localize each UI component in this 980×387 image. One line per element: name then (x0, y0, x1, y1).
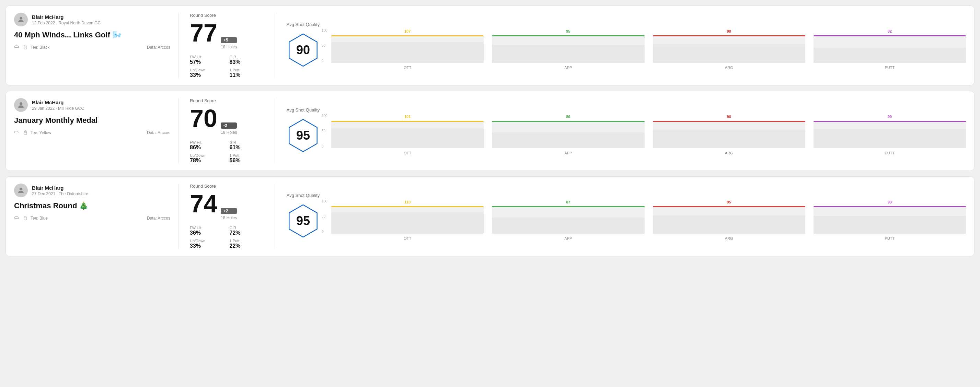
round-title: 40 Mph Winds... Links Golf 🌬️ (14, 30, 170, 40)
user-info: Blair McHarg 27 Dec 2021 · The Oxfordshi… (32, 185, 88, 196)
round-score-label: Round Score (190, 98, 264, 103)
tee-row: Tee: Blue Data: Arccos (14, 216, 170, 220)
svg-point-4 (19, 102, 22, 105)
cloud-icon (14, 45, 20, 50)
avg-shot-container: Avg Shot Quality 95 (286, 107, 320, 154)
chart-column-arg: 96 ARG (653, 121, 805, 155)
score-big: 77 (190, 21, 217, 45)
avatar (14, 13, 28, 26)
middle-section: Round Score 74 +2 18 Holes FW Hit 36% GI… (179, 184, 275, 249)
date-course: 27 Dec 2021 · The Oxfordshire (32, 192, 88, 196)
user-row: Blair McHarg 29 Jan 2022 · Mill Ride GCC (14, 98, 170, 112)
avg-shot-label: Avg Shot Quality (286, 22, 320, 27)
round-score-label: Round Score (190, 184, 264, 189)
updown-stat: Up/Down 33% (190, 239, 224, 249)
gir-stat: GIR 83% (230, 55, 264, 65)
date-course: 12 Feb 2022 · Royal North Devon GC (32, 21, 100, 25)
updown-stat: Up/Down 33% (190, 68, 224, 78)
hex-score: 95 (296, 214, 310, 228)
chart-column-ott: 110 OTT (331, 206, 484, 241)
round-score-label: Round Score (190, 13, 264, 18)
score-big: 74 (190, 192, 217, 216)
user-row: Blair McHarg 27 Dec 2021 · The Oxfordshi… (14, 184, 170, 197)
updown-stat: Up/Down 78% (190, 153, 224, 163)
date-course: 29 Jan 2022 · Mill Ride GCC (32, 106, 84, 111)
one-putt-stat: 1 Putt 11% (230, 68, 264, 78)
chart-column-app: 95 APP (492, 35, 644, 70)
chart-column-arg: 95 ARG (653, 206, 805, 241)
holes-label: 18 Holes (221, 130, 237, 135)
user-info: Blair McHarg 29 Jan 2022 · Mill Ride GCC (32, 100, 84, 111)
svg-rect-5 (24, 132, 27, 135)
stats-grid: FW Hit 86% GIR 61% Up/Down 78% 1 Putt 56… (190, 140, 264, 163)
chart-column-ott: 107 OTT (331, 35, 484, 70)
middle-section: Round Score 70 -2 18 Holes FW Hit 86% GI… (179, 98, 275, 163)
golf-bag-icon (22, 45, 29, 50)
chart-column-app: 86 APP (492, 121, 644, 155)
golf-bag-icon (22, 130, 29, 135)
left-section: Blair McHarg 29 Jan 2022 · Mill Ride GCC… (14, 98, 179, 163)
golf-bag-icon (22, 216, 29, 220)
round-card-2: Blair McHarg 27 Dec 2021 · The Oxfordshi… (5, 176, 975, 256)
chart-column-app: 87 APP (492, 206, 644, 241)
tee-info: Tee: Yellow (14, 130, 51, 135)
score-badge: +2 (221, 208, 237, 214)
svg-rect-9 (24, 217, 27, 220)
user-name: Blair McHarg (32, 100, 84, 105)
hex-wrap: 95 (286, 202, 320, 240)
tee-row: Tee: Yellow Data: Arccos (14, 130, 170, 135)
stats-grid: FW Hit 57% GIR 83% Up/Down 33% 1 Putt 11… (190, 55, 264, 78)
user-row: Blair McHarg 12 Feb 2022 · Royal North D… (14, 13, 170, 26)
score-detail: +5 18 Holes (221, 37, 237, 49)
left-section: Blair McHarg 12 Feb 2022 · Royal North D… (14, 13, 179, 78)
score-row: 70 -2 18 Holes (190, 106, 264, 135)
avg-shot-container: Avg Shot Quality 90 (286, 22, 320, 69)
svg-point-0 (19, 17, 22, 19)
cloud-icon (14, 130, 20, 135)
hex-wrap: 90 (286, 31, 320, 69)
chart-area: 100 50 0 110 OTT 87 APP (331, 192, 966, 241)
fw-hit-stat: FW Hit 86% (190, 140, 224, 151)
data-source: Data: Arccos (147, 45, 170, 50)
round-title: January Monthly Medal (14, 116, 170, 125)
tee-label: Tee: Blue (30, 216, 48, 220)
middle-section: Round Score 77 +5 18 Holes FW Hit 57% GI… (179, 13, 275, 78)
chart-column-ott: 101 OTT (331, 121, 484, 155)
left-section: Blair McHarg 27 Dec 2021 · The Oxfordshi… (14, 184, 179, 249)
hex-score: 90 (296, 43, 310, 57)
one-putt-stat: 1 Putt 22% (230, 239, 264, 249)
hex-score: 95 (296, 128, 310, 143)
chart-column-putt: 82 PUTT (813, 35, 966, 70)
score-badge: -2 (221, 122, 237, 128)
score-badge: +5 (221, 37, 237, 43)
score-row: 74 +2 18 Holes (190, 192, 264, 220)
holes-label: 18 Holes (221, 216, 237, 220)
fw-hit-stat: FW Hit 57% (190, 55, 224, 65)
score-detail: +2 18 Holes (221, 208, 237, 220)
gir-stat: GIR 61% (230, 140, 264, 151)
chart-column-putt: 93 PUTT (813, 206, 966, 241)
holes-label: 18 Holes (221, 44, 237, 49)
avg-shot-label: Avg Shot Quality (286, 107, 320, 113)
stats-grid: FW Hit 36% GIR 72% Up/Down 33% 1 Putt 22… (190, 226, 264, 249)
tee-info: Tee: Black (14, 45, 49, 50)
tee-label: Tee: Black (30, 45, 49, 50)
user-name: Blair McHarg (32, 185, 88, 191)
one-putt-stat: 1 Putt 56% (230, 153, 264, 163)
chart-area: 100 50 0 101 OTT 86 APP (331, 107, 966, 155)
svg-rect-1 (24, 46, 27, 49)
score-detail: -2 18 Holes (221, 122, 237, 135)
round-card-1: Blair McHarg 29 Jan 2022 · Mill Ride GCC… (5, 91, 975, 171)
chart-area: 100 50 0 107 OTT 95 APP (331, 22, 966, 70)
user-info: Blair McHarg 12 Feb 2022 · Royal North D… (32, 14, 100, 25)
fw-hit-stat: FW Hit 36% (190, 226, 224, 236)
chart-column-arg: 98 ARG (653, 35, 805, 70)
gir-stat: GIR 72% (230, 226, 264, 236)
right-section: Avg Shot Quality 95 100 50 0 101 OTT (275, 98, 966, 163)
score-big: 70 (190, 106, 217, 131)
tee-info: Tee: Blue (14, 216, 48, 220)
right-section: Avg Shot Quality 90 100 50 0 107 OTT (275, 13, 966, 78)
svg-point-8 (19, 188, 22, 190)
avatar (14, 184, 28, 197)
data-source: Data: Arccos (147, 130, 170, 135)
